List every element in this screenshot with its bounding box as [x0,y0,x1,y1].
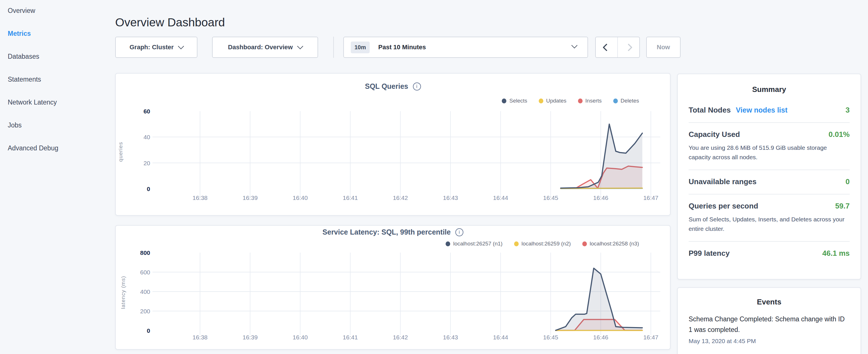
sidebar-item-label: Databases [8,53,39,60]
events-panel: Events Schema Change Completed: Schema c… [677,287,861,354]
time-range-label: Past 10 Minutes [378,43,426,51]
view-nodes-list-link[interactable]: View nodes list [736,106,787,114]
summary-row-value: 0 [846,177,850,186]
now-button-label: Now [657,43,670,51]
now-button[interactable]: Now [646,37,681,58]
chart-canvas[interactable]: 16:3816:3916:4016:4116:4216:4316:4416:45… [116,226,670,349]
summary-row-value: 0.01% [829,130,850,139]
chevron-right-icon [625,43,632,51]
summary-row-value: 59.7 [835,202,850,211]
controls-divider [333,37,334,58]
svg-text:60: 60 [144,108,150,115]
svg-text:0: 0 [147,327,150,334]
svg-text:16:42: 16:42 [393,334,408,341]
sidebar-nav: Overview Metrics Databases Statements Ne… [8,6,105,167]
summary-title: Summary [678,85,861,94]
chevron-left-icon [602,43,610,51]
sidebar-item-jobs[interactable]: Jobs [8,121,105,129]
svg-text:16:45: 16:45 [543,194,558,201]
sidebar-item-network-latency[interactable]: Network Latency [8,98,105,106]
sidebar-item-label: Jobs [8,122,22,129]
svg-text:16:46: 16:46 [593,334,608,341]
sidebar-item-databases[interactable]: Databases [8,52,105,61]
summary-row-value: 46.1 ms [823,249,850,258]
sidebar-item-label: Metrics [8,30,31,37]
sidebar-item-metrics[interactable]: Metrics [8,29,105,38]
summary-row-subtext: Sum of Selects, Updates, Inserts, and De… [689,215,850,233]
svg-text:16:40: 16:40 [292,194,308,201]
svg-text:16:46: 16:46 [593,194,608,201]
next-time-button[interactable] [618,37,639,57]
summary-row-label: Queries per second [689,202,758,211]
svg-text:0: 0 [147,186,150,192]
sidebar-item-label: Network Latency [8,99,57,106]
page-title: Overview Dashboard [115,16,225,29]
svg-text:16:47: 16:47 [643,194,658,201]
time-pager [595,37,640,58]
chart-canvas[interactable]: 16:3816:3916:4016:4116:4216:4316:4416:45… [116,74,670,215]
summary-row-label: Capacity Used [689,130,740,139]
svg-text:16:39: 16:39 [243,194,258,201]
chevron-down-icon [178,43,184,49]
event-timestamp: May 13, 2020 at 4:45 PM [689,338,850,345]
events-title: Events [678,297,861,307]
dashboard-dropdown[interactable]: Dashboard: Overview [212,37,318,58]
summary-row-capacity-used: Capacity Used 0.01% You are using 28.6 M… [689,123,850,170]
svg-text:16:44: 16:44 [493,194,508,201]
summary-row-label: Total Nodes [689,106,731,115]
summary-row-total-nodes: Total Nodes View nodes list 3 [689,99,850,123]
svg-text:16:44: 16:44 [493,334,508,341]
overview-dashboard-page: Overview Metrics Databases Statements Ne… [0,0,868,354]
svg-text:16:38: 16:38 [192,334,208,341]
service-latency-chart-panel: Service Latency: SQL, 99th percentile i … [115,225,671,350]
summary-row-label: P99 latency [689,249,730,258]
summary-row-value: 3 [846,106,850,115]
svg-text:16:41: 16:41 [343,194,358,201]
graph-scope-dropdown[interactable]: Graph: Cluster [115,37,197,58]
event-item[interactable]: Schema Change Completed: Schema change w… [689,314,850,345]
sidebar-item-statements[interactable]: Statements [8,75,105,84]
sidebar-item-label: Statements [8,75,41,83]
summary-row-subtext: You are using 28.6 MiB of 515.9 GiB usab… [689,143,850,162]
chevron-down-icon [297,43,303,49]
svg-text:16:45: 16:45 [543,334,558,341]
sidebar-item-overview[interactable]: Overview [8,6,105,15]
chevron-down-icon [571,42,578,49]
sidebar-item-advanced-debug[interactable]: Advanced Debug [8,144,105,152]
summary-row-unavailable-ranges: Unavailable ranges 0 [689,170,850,194]
time-range-badge: 10m [351,41,370,53]
dashboard-label: Dashboard: Overview [228,43,292,51]
sidebar-item-label: Overview [8,7,35,14]
summary-row-p99-latency: P99 latency 46.1 ms [689,242,850,265]
svg-text:16:39: 16:39 [243,334,258,341]
svg-text:400: 400 [140,288,150,295]
svg-text:16:41: 16:41 [343,334,358,341]
time-range-dropdown[interactable]: 10m Past 10 Minutes [343,37,588,58]
summary-row-queries-per-second: Queries per second 59.7 Sum of Selects, … [689,194,850,242]
svg-text:600: 600 [140,269,150,276]
svg-text:16:42: 16:42 [393,194,408,201]
prev-time-button[interactable] [596,37,617,57]
svg-text:16:47: 16:47 [643,334,658,341]
sidebar-item-label: Advanced Debug [8,144,58,152]
svg-text:20: 20 [144,160,150,166]
svg-text:200: 200 [140,308,150,315]
summary-row-label: Unavailable ranges [689,177,756,186]
svg-text:16:43: 16:43 [443,334,458,341]
sql-queries-chart-panel: SQL Queries i Selects Updates Inserts De… [115,73,671,216]
svg-text:16:40: 16:40 [292,334,308,341]
svg-text:16:43: 16:43 [443,194,458,201]
svg-text:16:38: 16:38 [192,194,208,201]
svg-text:40: 40 [144,134,150,140]
event-message: Schema Change Completed: Schema change w… [689,314,850,335]
graph-scope-label: Graph: Cluster [129,43,174,51]
summary-panel: Summary Total Nodes View nodes list 3 Ca… [677,74,861,280]
svg-text:800: 800 [140,250,150,256]
